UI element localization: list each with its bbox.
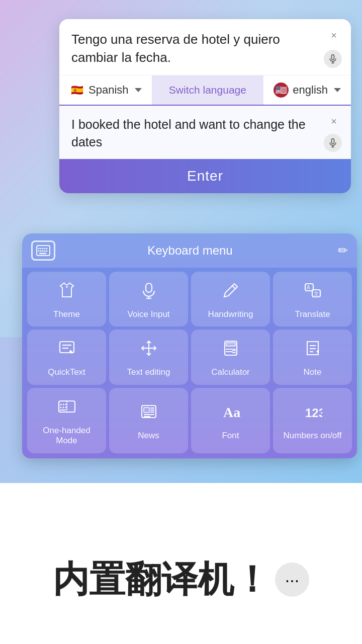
calculator-label: Calculator	[211, 367, 250, 377]
pen-icon	[221, 281, 240, 304]
menu-item-translate[interactable]: A 文 Translate	[273, 272, 352, 327]
svg-rect-34	[226, 343, 235, 346]
keyboard-icon	[31, 240, 55, 261]
target-language-button[interactable]: 🇺🇸 english	[263, 75, 351, 105]
menu-item-calculator[interactable]: Calculator	[191, 330, 270, 384]
translation-card: Tengo una reserva de hotel y quiero camb…	[59, 19, 351, 193]
svg-rect-27	[60, 342, 74, 353]
mic-large-icon	[139, 281, 158, 304]
svg-rect-0	[332, 54, 334, 59]
news-label: News	[138, 431, 159, 441]
note-label: Note	[304, 367, 322, 377]
menu-item-theme[interactable]: Theme	[27, 272, 106, 327]
switch-language-label: Switch language	[169, 84, 246, 96]
source-language-button[interactable]: 🇪🇸 Spanish	[59, 75, 152, 105]
menu-item-one-handed[interactable]: One-handed Mode	[27, 388, 106, 453]
text-editing-label: Text editing	[127, 367, 170, 377]
menu-item-voice-input[interactable]: Voice Input	[109, 272, 188, 327]
theme-label: Theme	[53, 309, 80, 319]
keyboard-menu-title: Keyboard menu	[62, 244, 318, 258]
font-label: Font	[222, 431, 239, 441]
translate-label: Translate	[295, 309, 330, 319]
menu-item-numbers[interactable]: 123 Numbers on/off	[273, 388, 352, 453]
keyboard-half-icon	[57, 397, 76, 421]
translated-mic-button[interactable]	[324, 134, 342, 152]
menu-grid: Theme Voice Input Handwrit	[22, 268, 357, 458]
svg-rect-3	[332, 138, 334, 143]
menu-item-handwriting[interactable]: Handwriting	[191, 272, 270, 327]
target-language-label: english	[293, 84, 328, 97]
one-handed-label: One-handed Mode	[31, 426, 102, 446]
numbers-icon: 123	[303, 402, 322, 426]
note-icon	[303, 339, 322, 362]
language-bar: 🇪🇸 Spanish Switch language 🇺🇸 english	[59, 75, 351, 105]
svg-rect-19	[146, 283, 152, 292]
menu-item-news[interactable]: News	[109, 388, 188, 453]
quicktext-label: QuickText	[48, 367, 85, 377]
svg-text:Aa: Aa	[223, 405, 240, 420]
calculator-icon	[221, 339, 240, 362]
bottom-text-area: 内置翻译机！ ···	[0, 555, 362, 604]
spanish-flag: 🇪🇸	[69, 83, 84, 98]
enter-button[interactable]: Enter	[59, 159, 351, 193]
chinese-text: 内置翻译机！	[53, 555, 270, 604]
svg-text:文: 文	[314, 291, 319, 296]
translated-text: I booked the hotel and want to change th…	[71, 116, 339, 151]
source-close-button[interactable]: ×	[327, 28, 341, 42]
source-language-chevron	[135, 88, 142, 92]
shirt-icon	[57, 281, 76, 304]
translated-close-button[interactable]: ×	[327, 115, 341, 129]
source-section: Tengo una reserva de hotel y quiero camb…	[59, 19, 351, 75]
english-flag: 🇺🇸	[274, 83, 289, 98]
source-text: Tengo una reserva de hotel y quiero camb…	[71, 30, 339, 67]
handwriting-label: Handwriting	[208, 309, 253, 319]
keyboard-header: Keyboard menu ✏	[22, 233, 357, 268]
switch-language-button[interactable]: Switch language	[152, 75, 264, 105]
font-icon: Aa	[221, 402, 240, 426]
numbers-label: Numbers on/off	[284, 431, 342, 441]
keyboard-menu: Keyboard menu ✏ Theme	[22, 233, 357, 458]
menu-item-note[interactable]: Note	[273, 330, 352, 384]
news-icon	[139, 402, 158, 426]
voice-input-label: Voice Input	[127, 309, 169, 319]
svg-line-22	[232, 286, 235, 289]
svg-text:123: 123	[305, 406, 322, 420]
menu-item-font[interactable]: Aa Font	[191, 388, 270, 453]
keyboard-edit-button[interactable]: ✏	[338, 244, 348, 258]
translate-icon: A 文	[303, 281, 322, 304]
source-mic-button[interactable]	[324, 50, 342, 68]
svg-point-18	[66, 286, 67, 288]
menu-item-text-editing[interactable]: Text editing	[109, 330, 188, 384]
svg-rect-55	[144, 408, 149, 413]
source-language-label: Spanish	[88, 84, 129, 97]
move-icon	[139, 339, 158, 362]
translated-section: I booked the hotel and want to change th…	[59, 105, 351, 159]
quicktext-icon	[57, 339, 76, 362]
menu-item-quicktext[interactable]: QuickText	[27, 330, 106, 384]
speech-bubble-icon: ···	[275, 562, 309, 597]
svg-text:A: A	[307, 285, 310, 290]
enter-label: Enter	[187, 168, 223, 184]
target-language-chevron	[334, 88, 341, 92]
